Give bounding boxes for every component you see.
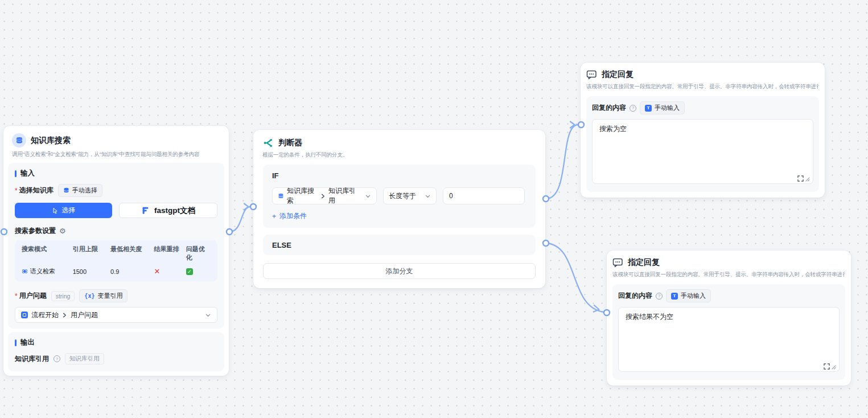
dataset-chip[interactable]: fastgpt文档 [119, 203, 217, 218]
chevron-down-icon [205, 312, 211, 318]
judge-node-desc: 根据一定的条件，执行不同的分支。 [262, 151, 536, 159]
question-source-text: 流程开始 [31, 310, 59, 320]
condition-value-input[interactable] [443, 187, 525, 204]
edge-arrow [244, 204, 249, 210]
reply-not-empty-desc: 该模块可以直接回复一段指定的内容。常用于引导、提示。非字符串内容传入时，会转成字… [612, 271, 845, 278]
database-icon [63, 187, 69, 194]
value-quote-limit: 1500 [73, 267, 110, 276]
edge-kb-to-judge[interactable] [229, 207, 250, 232]
flow-start-icon [21, 312, 28, 318]
help-icon[interactable]: ? [54, 355, 60, 362]
chevron-right-icon [62, 313, 67, 318]
reply-empty-title: 指定回复 [602, 69, 633, 80]
value-min-relevance: 0.9 [110, 267, 154, 276]
reply-not-empty-body: 回复的内容 ? T 手动输入 搜索结果不为空 [612, 284, 845, 380]
condition-source-text: 知识库搜索 [287, 186, 318, 206]
reply-not-empty-header: 指定回复 该模块可以直接回复一段指定的内容。常用于引导、提示。非字符串内容传入时… [607, 251, 851, 282]
reply-empty-desc: 该模块可以直接回复一段指定的内容。常用于引导、提示。非字符串内容传入时，会转成字… [586, 83, 819, 91]
col-search-mode: 搜索模式 [22, 245, 73, 267]
node-judge[interactable]: 判断器 根据一定的条件，执行不同的分支。 IF 知识库搜索 知识库引用 [253, 130, 545, 288]
edge-else-to-reply-not-empty[interactable] [546, 243, 604, 312]
rerank-disabled-icon: ✕ [154, 267, 160, 276]
kb-node-header: 知识库搜索 调用"语义检索"和"全文检索"能力，从"知识库"中查找可能与问题相关… [3, 126, 229, 163]
chevron-right-icon [320, 194, 326, 199]
value-question-opt: ✓ [186, 267, 211, 276]
fastgpt-logo-icon [141, 206, 150, 215]
chat-bubble-icon [612, 257, 623, 268]
expand-icon[interactable] [824, 363, 830, 370]
manual-select-label: 手动选择 [72, 186, 97, 195]
kb-input-section-label: 输入 [15, 169, 217, 178]
chevron-down-icon [425, 193, 431, 199]
condition-operator-select[interactable]: 长度等于 [383, 187, 437, 204]
gear-icon[interactable]: ⚙ [59, 227, 66, 235]
kb-node-title: 知识库搜索 [31, 136, 71, 146]
resize-grip-icon[interactable] [804, 176, 810, 182]
resize-grip-icon[interactable] [830, 364, 836, 370]
section-bar [15, 170, 17, 177]
manual-input-label: 手动输入 [655, 104, 680, 112]
chat-bubble-icon [586, 69, 597, 80]
node-reply-empty[interactable]: 指定回复 该模块可以直接回复一段指定的内容。常用于引导、提示。非字符串内容传入时… [581, 63, 825, 198]
reply-empty-body: 回复的内容 ? T 手动输入 搜索为空 [586, 96, 819, 192]
add-branch-button[interactable]: 添加分支 [263, 263, 536, 279]
node-reply-not-empty[interactable]: 指定回复 该模块可以直接回复一段指定的内容。常用于引导、提示。非字符串内容传入时… [607, 251, 851, 386]
text-input-icon: T [671, 293, 678, 300]
required-asterisk: * [15, 187, 18, 195]
select-dataset-button[interactable]: 选择 [15, 203, 112, 218]
user-question-label: 用户问题 [19, 291, 47, 301]
reply-not-empty-title: 指定回复 [628, 257, 660, 268]
question-opt-enabled-icon: ✓ [186, 268, 193, 275]
dataset-chip-label: fastgpt文档 [154, 206, 195, 216]
value-rerank: ✕ [154, 267, 186, 276]
manual-input-badge[interactable]: T 手动输入 [640, 101, 685, 114]
output-badge: 知识库引用 [65, 353, 104, 364]
params-title: 搜索参数设置 [15, 226, 56, 236]
select-kb-label: 选择知识库 [19, 186, 54, 195]
else-label: ELSE [272, 241, 291, 249]
edge-if-to-reply-empty[interactable] [546, 125, 578, 199]
var-ref-badge[interactable]: {x} 变量引用 [79, 289, 127, 302]
add-condition-button[interactable]: + 添加条件 [272, 211, 307, 221]
workflow-canvas[interactable]: 知识库搜索 调用"语义检索"和"全文检索"能力，从"知识库"中查找可能与问题相关… [0, 0, 868, 418]
if-label: IF [272, 171, 526, 180]
database-icon [278, 193, 284, 199]
condition-field-text: 知识库引用 [328, 186, 359, 206]
col-min-relevance: 最低相关度 [110, 245, 154, 267]
add-condition-label: 添加条件 [279, 211, 307, 221]
output-name: 知识库引用 [15, 354, 49, 364]
text-input-icon: T [645, 105, 652, 112]
help-icon[interactable]: ? [630, 105, 636, 112]
if-block: IF 知识库搜索 知识库引用 [263, 165, 536, 228]
kb-input-label-text: 输入 [20, 169, 35, 178]
manual-select-badge[interactable]: 手动选择 [58, 184, 102, 197]
node-kb-search[interactable]: 知识库搜索 调用"语义检索"和"全文检索"能力，从"知识库"中查找可能与问题相关… [3, 126, 229, 376]
kb-output-section: 输出 知识库引用 ? 知识库引用 [8, 332, 224, 371]
cursor-icon [52, 207, 59, 214]
question-field-text: 用户问题 [71, 310, 98, 320]
reply-content-label: 回复的内容 [592, 103, 626, 113]
kb-output-section-label: 输出 [15, 338, 217, 347]
section-bar [15, 339, 17, 346]
select-button-label: 选择 [62, 206, 76, 215]
value-search-mode: 语义检索 [22, 267, 73, 276]
expand-icon[interactable] [797, 175, 804, 182]
variable-icon: {x} [84, 293, 94, 299]
help-icon[interactable]: ? [656, 293, 663, 300]
else-block: ELSE [263, 235, 536, 255]
reply-not-empty-textarea[interactable]: 搜索结果不为空 [618, 307, 840, 372]
manual-input-badge[interactable]: T 手动输入 [666, 289, 711, 302]
col-rerank: 结果重排 [154, 245, 186, 267]
required-asterisk: * [15, 292, 18, 300]
condition-source-select[interactable]: 知识库搜索 知识库引用 [272, 187, 377, 204]
semantic-search-icon [22, 268, 28, 274]
edge-arrow [594, 305, 599, 312]
user-question-select[interactable]: 流程开始 用户问题 [15, 307, 217, 323]
reply-content-label: 回复的内容 [618, 291, 652, 301]
search-mode-text: 语义检索 [30, 267, 55, 276]
judge-node-title: 判断器 [278, 138, 302, 148]
kb-input-section: 输入 * 选择知识库 手动选择 [8, 163, 224, 329]
col-question-opt: 问题优化 [186, 245, 211, 267]
reply-empty-textarea[interactable]: 搜索为空 [592, 119, 813, 184]
plus-icon: + [272, 212, 276, 220]
